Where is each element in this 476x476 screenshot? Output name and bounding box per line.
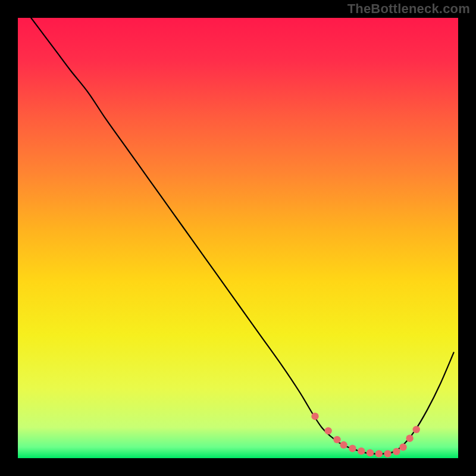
chart-stage: TheBottleneck.com <box>0 0 476 476</box>
highlight-dot <box>358 447 365 455</box>
highlight-dot <box>393 448 400 455</box>
chart-svg <box>18 18 458 458</box>
highlight-dot <box>413 426 420 433</box>
highlight-dot <box>367 449 374 456</box>
gradient-background <box>18 18 458 458</box>
highlight-dot <box>399 443 406 450</box>
highlight-dot <box>375 450 383 457</box>
highlight-dot <box>311 413 318 420</box>
highlight-dot <box>406 435 413 442</box>
plot-frame <box>18 18 458 458</box>
highlight-dot <box>384 450 391 457</box>
highlight-dot <box>325 427 332 434</box>
highlight-dot <box>349 445 356 452</box>
watermark-text: TheBottleneck.com <box>347 1 470 17</box>
highlight-dot <box>340 441 347 449</box>
highlight-dot <box>333 436 340 443</box>
